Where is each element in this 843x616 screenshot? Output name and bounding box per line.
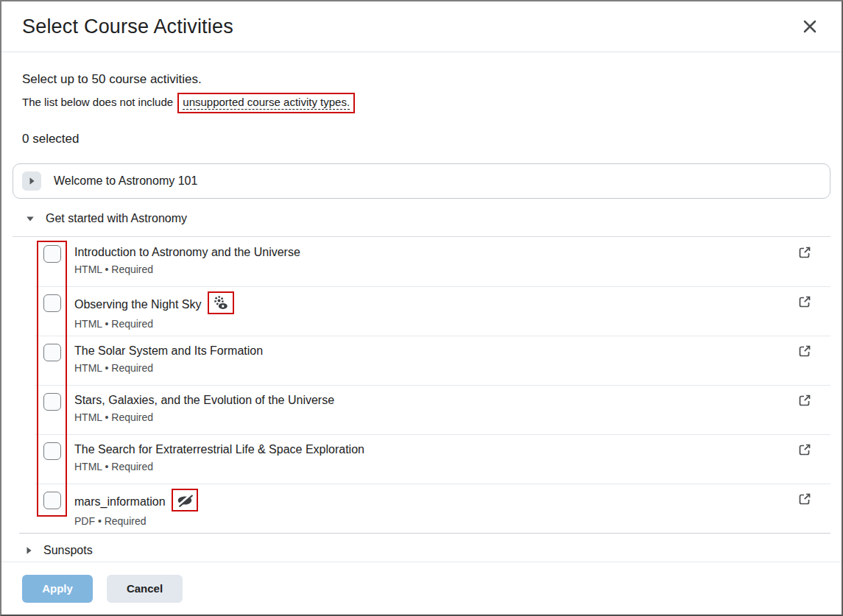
activity-checkbox[interactable] [43,393,61,411]
activity-checkbox[interactable] [43,245,61,263]
release-conditions-icon [212,294,230,312]
activity-row: The Solar System and Its Formation HTML … [13,336,830,385]
open-in-new-window-button[interactable] [798,443,811,456]
exclusion-note-prefix: The list below does not include [22,96,176,108]
activity-meta: PDF • Required [74,514,789,528]
open-in-new-window-button[interactable] [798,344,811,358]
annotation-box-release-conditions-icon [208,291,234,314]
section-get-started-with-astronomy[interactable]: Get started with Astronomy [13,206,830,231]
close-icon [801,18,819,35]
external-link-icon [798,246,811,259]
external-link-icon [798,344,811,358]
section-sunspots[interactable]: Sunspots [13,534,830,562]
activity-title: The Solar System and Its Formation [74,343,263,358]
exclusion-note: The list below does not include unsuppor… [22,93,821,113]
open-in-new-window-button[interactable] [798,246,811,259]
course-activities-tree: Welcome to Astronomy 101 Get started wit… [13,163,830,562]
dialog-footer: Apply Cancel [1,562,842,615]
activity-checkbox[interactable] [43,294,61,312]
activity-row: Introduction to Astronomy and the Univer… [13,237,830,286]
activity-title: The Search for Extraterrestrial Life & S… [74,442,364,457]
select-course-activities-dialog: Select Course Activities Select up to 50… [0,0,843,616]
activity-checkbox[interactable] [43,442,61,460]
open-in-new-window-button[interactable] [798,295,811,308]
activity-checkbox[interactable] [43,492,61,509]
annotation-box-hidden-icon [172,489,198,511]
activity-title: Introduction to Astronomy and the Univer… [74,244,300,260]
activity-checkbox[interactable] [43,344,61,361]
activity-text: Introduction to Astronomy and the Univer… [74,244,789,277]
activity-meta: HTML • Required [74,411,789,425]
activity-row: The Search for Extraterrestrial Life & S… [13,434,830,484]
section-label: Sunspots [43,544,93,557]
chevron-right-icon [26,546,32,555]
activity-list: Introduction to Astronomy and the Univer… [13,236,830,533]
selected-count: 0 selected [1,113,842,163]
close-button[interactable] [797,14,822,39]
open-in-new-window-button[interactable] [798,394,811,407]
cancel-button[interactable]: Cancel [107,575,183,603]
external-link-icon [798,295,811,308]
external-link-icon [798,394,811,407]
activity-text: The Solar System and Its Formation HTML … [74,343,789,375]
expander-chip[interactable] [22,171,41,191]
activity-row: Observing the Night Sky [13,286,830,336]
selection-limit-text: Select up to 50 course activities. [22,71,821,88]
unsupported-activity-types-link[interactable]: unsupported course activity types. [183,96,350,108]
chevron-down-icon [26,216,35,222]
annotation-box-unsupported-link: unsupported course activity types. [177,93,355,113]
chevron-right-icon [29,177,35,185]
activity-title: mars_information [74,494,166,509]
activity-row: Stars, Galaxies, and the Evolution of th… [13,385,830,434]
activity-row: mars_information [13,484,830,533]
activity-meta: HTML • Required [74,460,789,474]
section-welcome-to-astronomy-101[interactable]: Welcome to Astronomy 101 [13,163,830,199]
hidden-eye-icon [175,492,194,509]
section-label: Get started with Astronomy [46,212,187,225]
activity-title: Stars, Galaxies, and the Evolution of th… [74,392,334,408]
dialog-body: Select up to 50 course activities. The l… [1,52,842,562]
intro-text-block: Select up to 50 course activities. The l… [1,71,842,113]
activity-text: The Search for Extraterrestrial Life & S… [74,442,789,474]
activity-text: Observing the Night Sky [74,294,789,331]
dialog-title: Select Course Activities [22,15,233,38]
activity-meta: HTML • Required [74,263,789,277]
dialog-header: Select Course Activities [1,1,842,52]
activity-text: Stars, Galaxies, and the Evolution of th… [74,392,789,425]
activity-meta: HTML • Required [74,317,789,331]
external-link-icon [798,492,811,506]
apply-button[interactable]: Apply [22,575,93,603]
activity-meta: HTML • Required [74,361,789,375]
external-link-icon [798,443,811,456]
open-in-new-window-button[interactable] [798,492,811,506]
activity-text: mars_information [74,491,789,528]
section-label: Welcome to Astronomy 101 [54,174,197,188]
activity-title: Observing the Night Sky [74,297,202,312]
